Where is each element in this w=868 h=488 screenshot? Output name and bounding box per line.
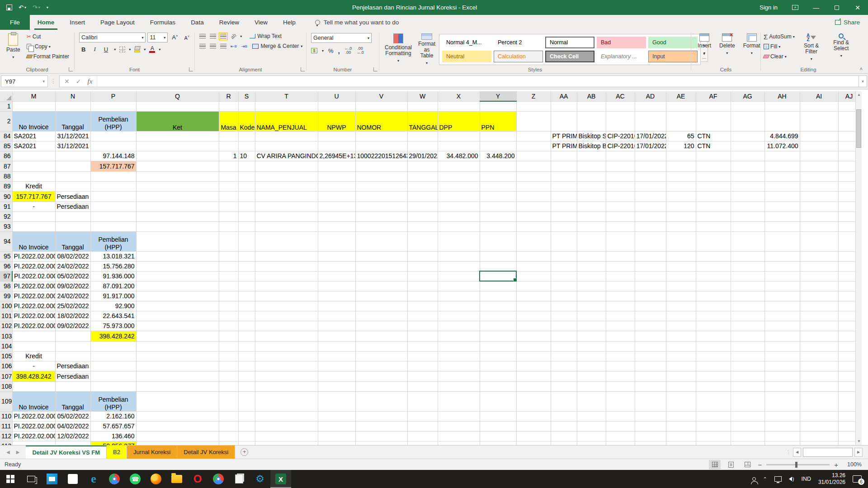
horizontal-scrollbar[interactable]: ⋮ ◀ ▶ bbox=[786, 446, 868, 459]
orientation-icon[interactable]: ab bbox=[230, 32, 237, 40]
cell-Z110[interactable] bbox=[516, 411, 551, 421]
cell-AB92[interactable] bbox=[577, 211, 606, 221]
cell-AF108[interactable] bbox=[696, 381, 731, 391]
cell-Z98[interactable] bbox=[516, 281, 551, 291]
cell-W104[interactable] bbox=[407, 341, 438, 351]
cell-R96[interactable] bbox=[219, 261, 238, 271]
cell-AB89[interactable] bbox=[577, 181, 606, 191]
tell-me-box[interactable]: Tell me what you want to do bbox=[315, 15, 399, 30]
cell-Y95[interactable] bbox=[480, 251, 516, 261]
cell-N100[interactable]: 25/02/2022 bbox=[55, 301, 90, 311]
column-header-AA[interactable]: AA bbox=[551, 91, 577, 101]
cell-AF113[interactable] bbox=[696, 441, 731, 445]
font-size-combo[interactable]: 11▾ bbox=[147, 33, 168, 42]
cell-AC1[interactable] bbox=[606, 101, 635, 111]
cell-S91[interactable] bbox=[238, 202, 255, 211]
cell-S106[interactable] bbox=[238, 361, 255, 371]
cell-AB106[interactable] bbox=[577, 361, 606, 371]
cell-AD104[interactable] bbox=[635, 341, 666, 351]
cell-Q91[interactable] bbox=[136, 202, 219, 211]
cell-AI93[interactable] bbox=[800, 221, 838, 231]
cell-P112[interactable]: 136.460 bbox=[90, 431, 136, 441]
cell-AD93[interactable] bbox=[635, 221, 666, 231]
cell-AE91[interactable] bbox=[666, 202, 696, 211]
cell-AF84[interactable]: CTN bbox=[696, 131, 731, 141]
cell-V96[interactable] bbox=[355, 261, 407, 271]
cell-AG102[interactable] bbox=[731, 321, 764, 331]
cell-V95[interactable] bbox=[355, 251, 407, 261]
cell-W85[interactable] bbox=[407, 141, 438, 151]
cell-P94[interactable]: Pembelian (HPP) bbox=[90, 231, 136, 251]
cell-N1[interactable] bbox=[55, 101, 90, 111]
cell-AF95[interactable] bbox=[696, 251, 731, 261]
cell-S103[interactable] bbox=[238, 331, 255, 341]
cell-AF2[interactable] bbox=[696, 111, 731, 131]
cell-AH109[interactable] bbox=[764, 391, 800, 411]
cell-AE102[interactable] bbox=[666, 321, 696, 331]
cell-R103[interactable] bbox=[219, 331, 238, 341]
cell-AG94[interactable] bbox=[731, 231, 764, 251]
cell-P105[interactable] bbox=[90, 351, 136, 361]
cell-AF106[interactable] bbox=[696, 361, 731, 371]
cell-AC92[interactable] bbox=[606, 211, 635, 221]
column-header-W[interactable]: W bbox=[407, 91, 438, 101]
column-header-U[interactable]: U bbox=[318, 91, 355, 101]
cell-Q95[interactable] bbox=[136, 251, 219, 261]
column-header-Y[interactable]: Y bbox=[480, 91, 516, 101]
decrease-decimal-button[interactable]: .00→.0 bbox=[356, 47, 364, 55]
cell-R89[interactable] bbox=[219, 181, 238, 191]
column-header-AC[interactable]: AC bbox=[606, 91, 635, 101]
cell-AF87[interactable] bbox=[696, 161, 731, 171]
row-header-98[interactable]: 98 bbox=[0, 281, 12, 291]
cell-S104[interactable] bbox=[238, 341, 255, 351]
row-header-2[interactable]: 2 bbox=[0, 111, 12, 131]
cell-T91[interactable] bbox=[255, 202, 318, 211]
cell-AD110[interactable] bbox=[635, 411, 666, 421]
cell-V92[interactable] bbox=[355, 211, 407, 221]
minimize-button[interactable]: — bbox=[806, 0, 826, 15]
cell-N107[interactable]: Persediaan StokTersedia di Febuari di ju… bbox=[55, 371, 90, 381]
cell-AE97[interactable] bbox=[666, 271, 696, 281]
cell-U92[interactable] bbox=[318, 211, 355, 221]
cell-Y84[interactable] bbox=[480, 131, 516, 141]
cell-AB1[interactable] bbox=[577, 101, 606, 111]
cell-style-normal[interactable]: Normal bbox=[545, 37, 594, 48]
cell-Y86[interactable]: 3.448.200 bbox=[480, 151, 516, 161]
cell-AF94[interactable] bbox=[696, 231, 731, 251]
cell-T1[interactable] bbox=[255, 101, 318, 111]
cell-AA113[interactable] bbox=[551, 441, 577, 445]
cell-style-neutral[interactable]: Neutral bbox=[442, 51, 491, 62]
cell-AA84[interactable]: PT PRIMA bbox=[551, 131, 577, 141]
cell-R94[interactable] bbox=[219, 231, 238, 251]
comma-style-button[interactable]: , bbox=[338, 47, 340, 55]
cell-AF107[interactable] bbox=[696, 371, 731, 381]
cell-T111[interactable] bbox=[255, 421, 318, 431]
cell-N89[interactable] bbox=[55, 181, 90, 191]
cell-T99[interactable] bbox=[255, 291, 318, 301]
cell-AC96[interactable] bbox=[606, 261, 635, 271]
cell-AD2[interactable] bbox=[635, 111, 666, 131]
cell-T2[interactable]: NAMA_PENJUAL bbox=[255, 111, 318, 131]
cell-AD85[interactable]: 17/01/2022 bbox=[635, 141, 666, 151]
cell-S96[interactable] bbox=[238, 261, 255, 271]
cell-Z89[interactable] bbox=[516, 181, 551, 191]
cell-AH2[interactable] bbox=[764, 111, 800, 131]
row-header-101[interactable]: 101 bbox=[0, 311, 12, 321]
cell-Q88[interactable] bbox=[136, 171, 219, 181]
cell-AF110[interactable] bbox=[696, 411, 731, 421]
cell-X88[interactable] bbox=[438, 171, 480, 181]
collapse-ribbon-button[interactable]: ˄ bbox=[860, 66, 863, 71]
cell-S90[interactable] bbox=[238, 191, 255, 202]
sheet-prev-icon[interactable]: ◀ bbox=[6, 450, 10, 455]
cell-AA106[interactable] bbox=[551, 361, 577, 371]
cell-P93[interactable] bbox=[90, 221, 136, 231]
cell-M89[interactable]: Kredit bbox=[12, 181, 55, 191]
cell-AA94[interactable] bbox=[551, 231, 577, 251]
cell-S105[interactable] bbox=[238, 351, 255, 361]
cell-AF86[interactable] bbox=[696, 151, 731, 161]
cell-AG101[interactable] bbox=[731, 311, 764, 321]
row-header-1[interactable]: 1 bbox=[0, 101, 12, 111]
ribbon-display-options-button[interactable]: ˄ bbox=[785, 0, 806, 15]
cell-AB84[interactable]: Biskitop Sti bbox=[577, 131, 606, 141]
cell-T107[interactable] bbox=[255, 371, 318, 381]
